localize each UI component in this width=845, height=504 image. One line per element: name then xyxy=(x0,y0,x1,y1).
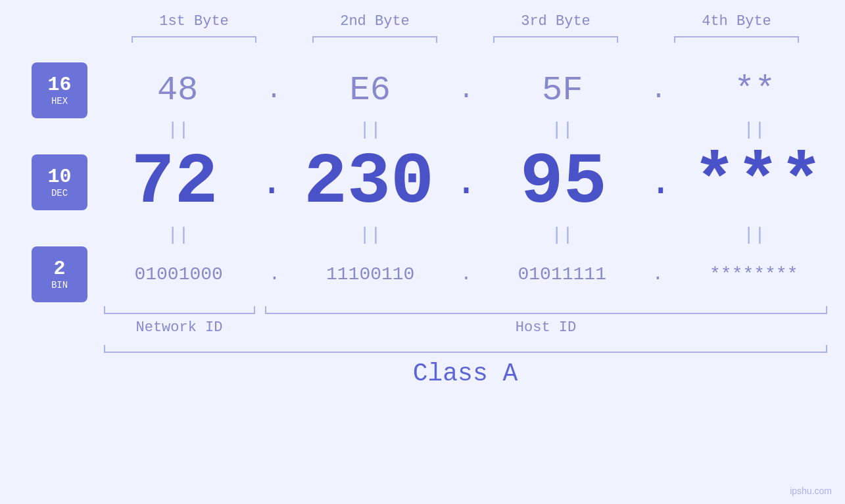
dec-number: 10 xyxy=(47,166,71,188)
host-id-label: Host ID xyxy=(265,319,827,336)
network-id-label: Network ID xyxy=(104,319,255,336)
top-brackets xyxy=(104,36,827,43)
bracket-byte3 xyxy=(493,36,618,43)
main-container: 1st Byte 2nd Byte 3rd Byte 4th Byte 16 H… xyxy=(0,0,845,504)
dec-label: DEC xyxy=(51,188,68,198)
eq1-b3: || xyxy=(496,120,628,140)
dec-values: 72 . 230 . 95 . *** xyxy=(87,141,845,223)
bin-row: 2 BIN 01001000 . 11100110 . 01011111 . *… xyxy=(0,246,845,302)
bin-number: 2 xyxy=(53,258,65,280)
dec-b4: *** xyxy=(692,141,824,223)
hex-label: HEX xyxy=(51,96,68,106)
hex-dot1: . xyxy=(266,76,281,105)
hex-dot2: . xyxy=(458,76,474,105)
byte-headers: 1st Byte 2nd Byte 3rd Byte 4th Byte xyxy=(104,13,827,30)
class-outer-bracket xyxy=(104,345,827,353)
class-bracket xyxy=(104,345,827,353)
footer: ipshu.com xyxy=(790,486,832,496)
eq1-b4: || xyxy=(688,120,820,140)
network-id-bracket xyxy=(104,306,255,314)
byte2-header: 2nd Byte xyxy=(302,13,447,30)
bin-b2: 11100110 xyxy=(304,264,436,285)
eq2-b3: || xyxy=(496,225,628,245)
eq2-b2: || xyxy=(304,225,436,245)
bracket-byte2 xyxy=(312,36,437,43)
byte4-header: 4th Byte xyxy=(664,13,809,30)
host-id-bracket xyxy=(265,306,827,314)
hex-b2: E6 xyxy=(304,71,436,110)
hex-b3: 5F xyxy=(496,71,628,110)
byte3-header: 3rd Byte xyxy=(483,13,628,30)
dec-dot1: . xyxy=(260,160,283,205)
bracket-byte1 xyxy=(132,36,256,43)
dec-row: 10 DEC 72 . 230 . 95 . *** xyxy=(0,141,845,223)
bin-dot2: . xyxy=(461,264,472,285)
hex-number: 16 xyxy=(47,74,71,96)
byte1-header: 1st Byte xyxy=(122,13,266,30)
dec-dot2: . xyxy=(454,160,478,205)
bin-values: 01001000 . 11100110 . 01011111 . *******… xyxy=(87,264,845,285)
hex-b4: ** xyxy=(689,71,821,110)
class-label-container: Class A xyxy=(104,359,827,388)
dec-dot3: . xyxy=(649,160,673,205)
eq1-b1: || xyxy=(112,120,244,140)
dec-b1: 72 xyxy=(109,141,240,223)
class-label: Class A xyxy=(413,359,518,388)
bin-b3: 01011111 xyxy=(496,264,628,285)
bin-dot3: . xyxy=(652,264,664,285)
bin-label: BIN xyxy=(51,280,68,290)
eq1-b2: || xyxy=(304,120,436,140)
bin-b1: 01001000 xyxy=(113,264,245,285)
dec-b3: 95 xyxy=(498,141,629,223)
id-labels: Network ID Host ID xyxy=(104,319,827,336)
hex-badge: 16 HEX xyxy=(32,62,87,118)
bin-dot1: . xyxy=(269,264,280,285)
dec-b2: 230 xyxy=(303,141,435,223)
eq2-b4: || xyxy=(688,225,820,245)
bin-b4: ******** xyxy=(688,264,819,285)
bin-badge: 2 BIN xyxy=(32,246,87,302)
dec-badge: 10 DEC xyxy=(32,154,87,210)
equals-row2: || || || || xyxy=(0,225,845,245)
bottom-id-brackets xyxy=(104,306,827,314)
bracket-byte4 xyxy=(674,36,799,43)
hex-row: 16 HEX 48 . E6 . 5F . ** xyxy=(0,62,845,118)
hex-values: 48 . E6 . 5F . ** xyxy=(87,71,845,110)
hex-dot3: . xyxy=(650,76,666,105)
equals-row1: || || || || xyxy=(0,120,845,140)
eq2-b1: || xyxy=(112,225,244,245)
hex-b1: 48 xyxy=(112,71,243,110)
